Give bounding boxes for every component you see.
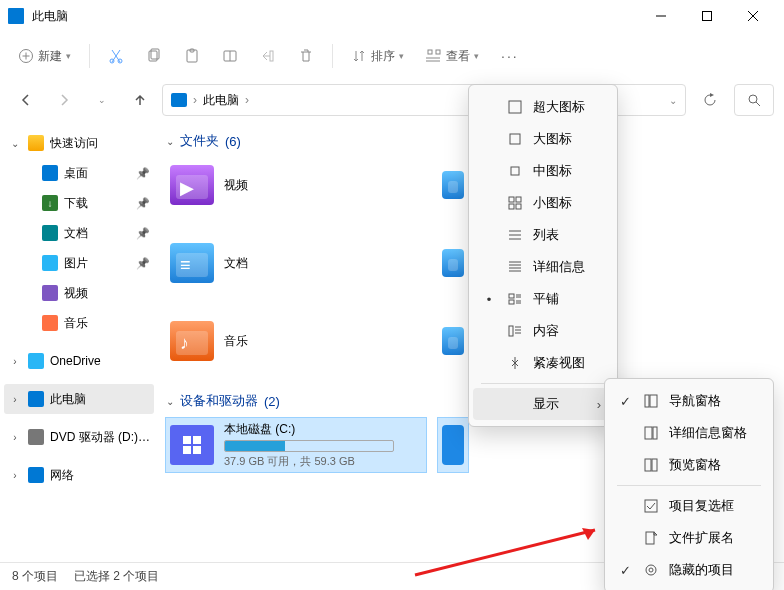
menu-item[interactable]: ✓ 导航窗格 bbox=[609, 385, 769, 417]
breadcrumb-sep: › bbox=[245, 93, 249, 107]
menu-item[interactable]: 文件扩展名 bbox=[609, 522, 769, 554]
folder-tile[interactable]: ≡ 文档 bbox=[166, 236, 426, 290]
folder-icon bbox=[442, 327, 464, 355]
svg-rect-15 bbox=[270, 51, 273, 61]
sidebar-item-label: 网络 bbox=[50, 467, 150, 484]
menu-item[interactable]: 小图标 bbox=[473, 187, 613, 219]
sidebar-item[interactable]: ›DVD 驱动器 (D:) CP bbox=[4, 422, 154, 452]
expand-chevron-icon bbox=[8, 228, 22, 239]
minimize-button[interactable] bbox=[638, 0, 684, 32]
drive-tile[interactable] bbox=[438, 418, 468, 472]
menu-item[interactable]: 紧凑视图 bbox=[473, 347, 613, 379]
menu-item[interactable]: 内容 bbox=[473, 315, 613, 347]
svg-rect-35 bbox=[516, 204, 521, 209]
sidebar-item[interactable]: 文档📌 bbox=[4, 218, 154, 248]
menu-item[interactable]: ✓ 隐藏的项目 bbox=[609, 554, 769, 586]
breadcrumb-item[interactable]: 此电脑 bbox=[203, 92, 239, 109]
sidebar-item[interactable]: ›网络 bbox=[4, 460, 154, 490]
navigation-pane[interactable]: ⌄快速访问 桌面📌 ↓下载📌 文档📌 图片📌 视频 音乐›OneDrive›此电… bbox=[0, 120, 158, 562]
sidebar-item[interactable]: 桌面📌 bbox=[4, 158, 154, 188]
sidebar-item-icon bbox=[42, 225, 58, 241]
paste-button[interactable] bbox=[176, 38, 208, 74]
expand-chevron-icon: ⌄ bbox=[8, 138, 22, 149]
search-input[interactable] bbox=[734, 84, 774, 116]
svg-point-7 bbox=[110, 59, 114, 63]
menu-item[interactable]: 预览窗格 bbox=[609, 449, 769, 481]
expand-chevron-icon: › bbox=[8, 394, 22, 405]
maximize-button[interactable] bbox=[684, 0, 730, 32]
svg-point-61 bbox=[646, 565, 656, 575]
sidebar-item-icon bbox=[42, 285, 58, 301]
sidebar-item[interactable]: ›此电脑 bbox=[4, 384, 154, 414]
forward-button[interactable] bbox=[48, 84, 80, 116]
show-submenu[interactable]: ✓ 导航窗格 详细信息窗格 预览窗格 项目复选框 文件扩展名✓ 隐藏的项目 bbox=[604, 378, 774, 590]
menu-item[interactable]: 详细信息窗格 bbox=[609, 417, 769, 449]
folder-tile[interactable]: ♪ 音乐 bbox=[166, 314, 426, 368]
rename-button[interactable] bbox=[214, 38, 246, 74]
menu-item[interactable]: 中图标 bbox=[473, 155, 613, 187]
view-label: 查看 bbox=[446, 48, 470, 65]
close-button[interactable] bbox=[730, 0, 776, 32]
svg-rect-30 bbox=[510, 134, 520, 144]
up-button[interactable] bbox=[124, 84, 156, 116]
view-mode-icon bbox=[507, 259, 523, 275]
folder-tile[interactable] bbox=[438, 314, 468, 368]
menu-item-label: 大图标 bbox=[533, 130, 601, 148]
drive-icon bbox=[442, 425, 464, 465]
copy-button[interactable] bbox=[138, 38, 170, 74]
menu-item[interactable]: 项目复选框 bbox=[609, 490, 769, 522]
title-bar: 此电脑 bbox=[0, 0, 784, 32]
svg-rect-23 bbox=[193, 436, 201, 444]
menu-item[interactable]: 详细信息 bbox=[473, 251, 613, 283]
sidebar-item[interactable]: 音乐 bbox=[4, 308, 154, 338]
folder-icon bbox=[442, 171, 464, 199]
menu-item-show[interactable]: 显示 › bbox=[473, 388, 613, 420]
cut-button[interactable] bbox=[100, 38, 132, 74]
view-mode-icon bbox=[507, 195, 523, 211]
share-button[interactable] bbox=[252, 38, 284, 74]
submenu-icon bbox=[643, 457, 659, 473]
sidebar-item-icon bbox=[28, 467, 44, 483]
folder-tile[interactable]: ▶ 视频 bbox=[166, 158, 426, 212]
submenu-icon bbox=[643, 425, 659, 441]
menu-item-label: 平铺 bbox=[533, 290, 601, 308]
sort-button[interactable]: 排序 ▾ bbox=[343, 38, 412, 74]
folder-icon: ▶ bbox=[170, 165, 214, 205]
refresh-button[interactable] bbox=[692, 84, 728, 116]
view-mode-icon bbox=[507, 99, 523, 115]
sidebar-item-label: 文档 bbox=[64, 225, 130, 242]
sidebar-item[interactable]: ›OneDrive bbox=[4, 346, 154, 376]
chevron-down-icon[interactable]: ⌄ bbox=[669, 95, 677, 106]
menu-item[interactable]: 超大图标 bbox=[473, 91, 613, 123]
status-item-count: 8 个项目 bbox=[12, 568, 58, 585]
svg-rect-57 bbox=[645, 459, 651, 471]
submenu-icon bbox=[643, 530, 659, 546]
sidebar-item[interactable]: ⌄快速访问 bbox=[4, 128, 154, 158]
group-count: (2) bbox=[264, 394, 280, 409]
drive-tile[interactable]: 本地磁盘 (C:) 37.9 GB 可用，共 59.3 GB bbox=[166, 418, 426, 472]
svg-rect-58 bbox=[652, 459, 657, 471]
menu-item[interactable]: • 平铺 bbox=[473, 283, 613, 315]
delete-button[interactable] bbox=[290, 38, 322, 74]
view-menu[interactable]: 超大图标 大图标 中图标 小图标 列表 详细信息• 平铺 内容 紧凑视图 显示 … bbox=[468, 84, 618, 427]
sidebar-item-label: 桌面 bbox=[64, 165, 130, 182]
menu-item[interactable]: 列表 bbox=[473, 219, 613, 251]
sidebar-item[interactable]: ↓下载📌 bbox=[4, 188, 154, 218]
folder-tile[interactable] bbox=[438, 236, 468, 290]
back-button[interactable] bbox=[10, 84, 42, 116]
sidebar-item[interactable]: 视频 bbox=[4, 278, 154, 308]
sidebar-item[interactable]: 图片📌 bbox=[4, 248, 154, 278]
svg-rect-1 bbox=[703, 12, 712, 21]
recent-button[interactable]: ⌄ bbox=[86, 84, 118, 116]
svg-rect-17 bbox=[436, 50, 440, 54]
new-button[interactable]: 新建 ▾ bbox=[10, 38, 79, 74]
menu-item[interactable]: 大图标 bbox=[473, 123, 613, 155]
chevron-down-icon: ▾ bbox=[399, 51, 404, 61]
view-button[interactable]: 查看 ▾ bbox=[418, 38, 487, 74]
more-button[interactable]: ··· bbox=[493, 38, 527, 74]
sidebar-item-icon bbox=[28, 353, 44, 369]
svg-rect-56 bbox=[653, 427, 657, 439]
sidebar-item-label: DVD 驱动器 (D:) CP bbox=[50, 429, 150, 446]
pc-icon bbox=[171, 93, 187, 107]
folder-tile[interactable] bbox=[438, 158, 468, 212]
